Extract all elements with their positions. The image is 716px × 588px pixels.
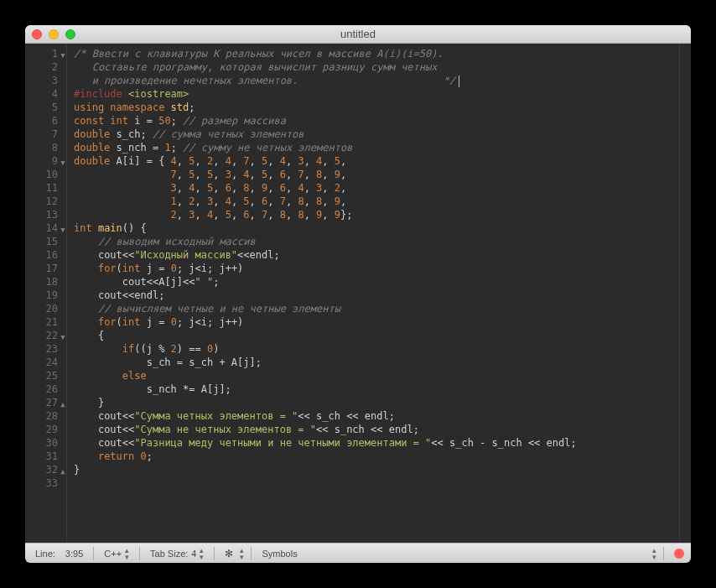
status-bar: Line: 3:95 C++ ▴▾ Tab Size: 4 ▴▾ ✻ ▴▾ Sy… [25,543,691,563]
code-line[interactable]: cout<<"Сумма четных элементов = "<< s_ch… [74,409,679,423]
token-op: , [213,209,225,221]
token-op: , [250,209,262,221]
code-line[interactable]: cout<<"Сумма не четных элементов = "<< s… [74,423,679,436]
line-gutter[interactable]: 1▼23456789▼1011121314▼●1516171819202122▼… [25,44,67,543]
token-op: , [213,195,225,207]
line-number[interactable]: 5 [25,101,66,114]
line-number[interactable]: 22▼ [25,329,66,342]
line-number[interactable]: 1▼ [25,47,66,60]
close-button[interactable] [32,29,42,39]
line-number[interactable]: 9▼ [25,154,66,168]
line-number[interactable]: 16 [25,248,66,262]
code-line[interactable]: else [74,369,679,382]
status-position[interactable]: 3:95 [62,549,86,559]
line-number[interactable]: 26 [25,382,66,396]
line-number[interactable]: 30 [25,436,66,450]
code-line[interactable]: for(int j = 0; j<i; j++) [74,262,679,275]
code-line[interactable]: cout<<A[j]<<" "; [74,275,679,289]
code-line[interactable]: cout<<endl; [74,289,679,302]
code-line[interactable]: cout<<"Разница меду четными и не четными… [74,436,679,450]
token-op: , [267,209,279,221]
line-number[interactable]: 13 [25,208,66,221]
code-line[interactable]: const int i = 50; // размер массива [74,114,679,127]
token-number: 3 [298,155,304,167]
line-number[interactable]: 6 [25,114,66,127]
code-line[interactable]: int main() { [74,221,679,235]
code-line[interactable]: // выводим исходный массив [74,235,679,248]
status-language[interactable]: C++ ▴▾ [101,547,132,560]
line-number[interactable]: 11 [25,181,66,195]
code-line[interactable]: double s_nch = 1; // сумму не четных эле… [74,141,679,154]
vertical-scrollbar[interactable] [679,44,691,543]
line-number[interactable]: 2 [25,60,66,74]
code-line[interactable]: /* Ввести с клавиатуры K реальных чисел … [74,47,679,60]
minimize-button[interactable] [49,29,59,39]
status-tabsize[interactable]: Tab Size: 4 ▴▾ [147,547,207,560]
token-type: double [74,142,117,154]
token-op: , [322,182,334,194]
line-number[interactable]: 28 [25,409,66,423]
code-line[interactable]: } [74,463,679,476]
line-number[interactable]: 25 [25,369,66,382]
code-line[interactable] [74,476,679,490]
line-number[interactable]: 15 [25,235,66,248]
line-number[interactable]: 8 [25,141,66,154]
code-line[interactable]: 7, 5, 5, 3, 4, 5, 6, 7, 8, 9, [74,168,679,181]
code-line[interactable]: double s_ch; // сумма четных элементов [74,127,679,141]
code-line[interactable]: 3, 4, 5, 6, 8, 9, 6, 4, 3, 2, [74,181,679,195]
token-op [74,289,98,301]
code-line[interactable]: и произведение нечетных элементов. */ [74,74,679,87]
line-number[interactable]: 21 [25,315,66,329]
token-comment: // вычисляем четные и не четные элементы [98,303,340,315]
code-line[interactable]: return 0; [74,450,679,463]
code-line[interactable]: cout<<"Исходный массив"<<endl; [74,248,679,262]
code-line[interactable]: { [74,329,679,342]
code-line[interactable]: s_ch = s_ch + A[j]; [74,356,679,369]
line-number[interactable]: 24 [25,356,66,369]
code-line[interactable]: } [74,396,679,409]
line-number[interactable]: 7 [25,127,66,141]
token-op: , [267,195,279,207]
token-pp: #include [74,88,128,100]
token-keyword: for [98,263,117,274]
code-line[interactable]: #include <iostream> [74,87,679,101]
line-number[interactable]: 27▲ [25,396,66,409]
line-number[interactable]: 14▼● [25,221,66,235]
code-line[interactable]: if((j % 2) == 0) [74,342,679,356]
line-number[interactable]: 3 [25,74,66,87]
code-line[interactable]: for(int j = 0; j<i; j++) [74,315,679,329]
token-number: 50 [158,115,170,127]
maximize-button[interactable] [65,29,75,39]
settings-icon[interactable]: ✻ [221,548,236,559]
code-line[interactable]: Составьте программу, которая вычислит ра… [74,60,679,74]
record-indicator-icon[interactable] [674,549,684,559]
line-number[interactable]: 31 [25,450,66,463]
line-number[interactable]: 17 [25,262,66,275]
line-number[interactable]: 29 [25,423,66,436]
token-op: , [177,195,189,207]
token-op [74,236,98,247]
code-line[interactable]: // вычисляем четные и не четные элементы [74,302,679,315]
status-symbols[interactable]: Symbols [258,549,300,559]
line-number[interactable]: 4 [25,87,66,101]
token-op: } [74,464,80,476]
token-string: "Сумма не четных элементов = " [134,424,316,435]
token-op: , [195,155,207,167]
line-number[interactable]: 33 [25,476,66,490]
line-number[interactable]: 20 [25,302,66,315]
code-line[interactable]: double A[i] = { 4, 5, 2, 4, 7, 5, 4, 3, … [74,154,679,168]
token-op [74,182,171,194]
token-ident: j [147,263,158,274]
line-number[interactable]: 19 [25,289,66,302]
token-namespace: std [171,101,189,113]
line-number[interactable]: 12 [25,195,66,208]
line-number[interactable]: 23 [25,342,66,356]
code-line[interactable]: using namespace std; [74,101,679,114]
code-line[interactable]: s_nch *= A[j]; [74,382,679,396]
code-line[interactable]: 2, 3, 4, 5, 6, 7, 8, 8, 9, 9}; [74,208,679,221]
line-number[interactable]: 18 [25,275,66,289]
code-area[interactable]: /* Ввести с клавиатуры K реальных чисел … [67,44,679,543]
code-line[interactable]: 1, 2, 3, 4, 5, 6, 7, 8, 8, 9, [74,195,679,208]
line-number[interactable]: 32▲ [25,463,66,476]
line-number[interactable]: 10 [25,168,66,181]
